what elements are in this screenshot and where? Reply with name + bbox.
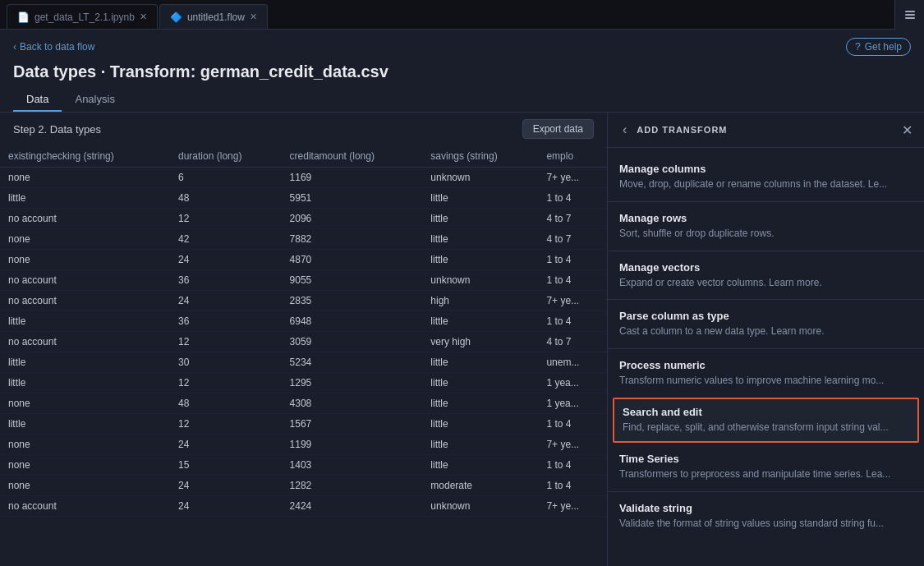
transform-item-manage-vectors[interactable]: Manage vectorsExpand or create vector co… [608, 253, 924, 298]
table-cell: little [422, 188, 538, 209]
back-to-dataflow[interactable]: ‹ Back to data flow [13, 41, 94, 53]
table-cell: 1 yea... [538, 373, 607, 393]
table-cell: 2424 [282, 496, 423, 517]
transform-item-title-process-numeric: Process numeric [619, 359, 913, 371]
table-cell: little [0, 352, 170, 373]
back-label: Back to data flow [20, 41, 94, 53]
table-cell: very high [422, 332, 538, 352]
table-cell: 1 to 4 [538, 414, 607, 435]
corner-menu-icon[interactable] [894, 0, 924, 30]
transform-item-manage-columns[interactable]: Manage columnsMove, drop, duplicate or r… [608, 154, 924, 200]
tab-flow-label: untitled1.flow [187, 12, 245, 23]
table-cell: 1403 [282, 455, 423, 476]
transform-item-title-validate-string: Validate string [619, 502, 913, 514]
table-cell: 1 to 4 [538, 270, 607, 291]
table-cell: 7+ ye... [538, 168, 607, 188]
table-row: none61169unknown7+ ye... [0, 168, 607, 188]
transform-items-list: Manage columnsMove, drop, duplicate or r… [608, 148, 924, 545]
table-cell: 1 to 4 [538, 455, 607, 476]
transform-divider [608, 201, 924, 202]
table-cell: little [422, 414, 538, 435]
table-cell: 5234 [282, 352, 423, 373]
table-cell: none [0, 476, 170, 496]
table-cell: little [0, 311, 170, 332]
table-cell: unknown [422, 496, 538, 517]
table-row: little305234littleunem... [0, 352, 607, 373]
transform-panel: ‹ ADD TRANSFORM ✕ Manage columnsMove, dr… [608, 113, 924, 566]
table-cell: 1199 [282, 435, 423, 455]
table-cell: no account [0, 332, 170, 352]
transform-item-title-parse-column-as-type: Parse column as type [619, 310, 913, 322]
table-cell: 12 [170, 332, 282, 352]
table-cell: 48 [170, 188, 282, 209]
table-cell: no account [0, 291, 170, 311]
table-cell: 36 [170, 270, 282, 291]
table-row: none151403little1 to 4 [0, 455, 607, 476]
content-tabs: Data Analysis [0, 81, 924, 113]
transform-item-desc-validate-string: Validate the format of string values usi… [619, 517, 913, 531]
transform-item-process-numeric[interactable]: Process numericTransform numeric values … [608, 351, 924, 396]
transform-item-parse-column-as-type[interactable]: Parse column as typeCast a column to a n… [608, 301, 924, 347]
transform-back-button[interactable]: ‹ [619, 121, 630, 139]
table-cell: 2096 [282, 209, 423, 229]
transform-divider [608, 491, 924, 492]
table-cell: 1 to 4 [538, 188, 607, 209]
tab-data[interactable]: Data [13, 88, 62, 112]
col-duration: duration (long) [170, 145, 282, 168]
table-row: none244870little1 to 4 [0, 250, 607, 270]
close-transform-panel-button[interactable]: ✕ [902, 122, 913, 138]
data-table-element: existingchecking (string) duration (long… [0, 145, 607, 517]
table-cell: 7+ ye... [538, 435, 607, 455]
table-cell: 1 to 4 [538, 250, 607, 270]
table-cell: 30 [170, 352, 282, 373]
table-row: little121295little1 yea... [0, 373, 607, 393]
table-cell: none [0, 250, 170, 270]
table-cell: 42 [170, 229, 282, 250]
table-row: little485951little1 to 4 [0, 188, 607, 209]
tab-flow[interactable]: 🔷 untitled1.flow ✕ [159, 4, 268, 29]
table-cell: none [0, 455, 170, 476]
table-cell: 4308 [282, 393, 423, 414]
transform-item-time-series[interactable]: Time SeriesTransformers to preprocess an… [608, 444, 924, 490]
table-cell: little [422, 250, 538, 270]
transform-item-desc-time-series: Transformers to preprocess and manipulat… [619, 467, 913, 481]
table-cell: 12 [170, 414, 282, 435]
table-row: little121567little1 to 4 [0, 414, 607, 435]
table-cell: 4870 [282, 250, 423, 270]
table-cell: unknown [422, 168, 538, 188]
transform-divider [608, 299, 924, 300]
table-cell: 1295 [282, 373, 423, 393]
tab-flow-close[interactable]: ✕ [250, 12, 257, 22]
top-bar: ‹ Back to data flow ? Get help [0, 30, 924, 59]
page-title: Data types · Transform: german_credit_da… [0, 59, 924, 81]
tab-notebook[interactable]: 📄 get_data_LT_2.1.ipynb ✕ [7, 4, 158, 29]
table-row: none241199little7+ ye... [0, 435, 607, 455]
transform-item-search-and-edit[interactable]: Search and editFind, replace, split, and… [613, 398, 919, 443]
body-layout: Step 2. Data types Export data existingc… [0, 113, 924, 566]
table-cell: 5951 [282, 188, 423, 209]
table-cell: moderate [422, 476, 538, 496]
export-data-button[interactable]: Export data [522, 119, 594, 139]
get-help-button[interactable]: ? Get help [846, 38, 911, 56]
tab-bar: 📄 get_data_LT_2.1.ipynb ✕ 🔷 untitled1.fl… [0, 0, 924, 30]
table-cell: little [422, 373, 538, 393]
table-cell: little [422, 311, 538, 332]
transform-item-desc-parse-column-as-type: Cast a column to a new data type. Learn … [619, 324, 913, 338]
table-cell: 3059 [282, 332, 423, 352]
table-cell: little [422, 455, 538, 476]
transform-nav: ‹ ADD TRANSFORM [619, 121, 728, 139]
tab-notebook-close[interactable]: ✕ [140, 12, 147, 22]
table-cell: none [0, 168, 170, 188]
transform-item-desc-manage-columns: Move, drop, duplicate or rename columns … [619, 177, 913, 191]
transform-title: ADD TRANSFORM [637, 125, 727, 135]
table-cell: 1282 [282, 476, 423, 496]
table-cell: little [0, 373, 170, 393]
tab-analysis[interactable]: Analysis [62, 88, 127, 112]
transform-item-validate-string[interactable]: Validate stringValidate the format of st… [608, 494, 924, 539]
svg-rect-0 [905, 11, 915, 12]
transform-item-manage-rows[interactable]: Manage rowsSort, shuffle or drop duplica… [608, 204, 924, 249]
data-table[interactable]: existingchecking (string) duration (long… [0, 145, 607, 566]
data-panel-header: Step 2. Data types Export data [0, 113, 607, 145]
transform-divider [608, 348, 924, 349]
table-cell: 1 yea... [538, 393, 607, 414]
